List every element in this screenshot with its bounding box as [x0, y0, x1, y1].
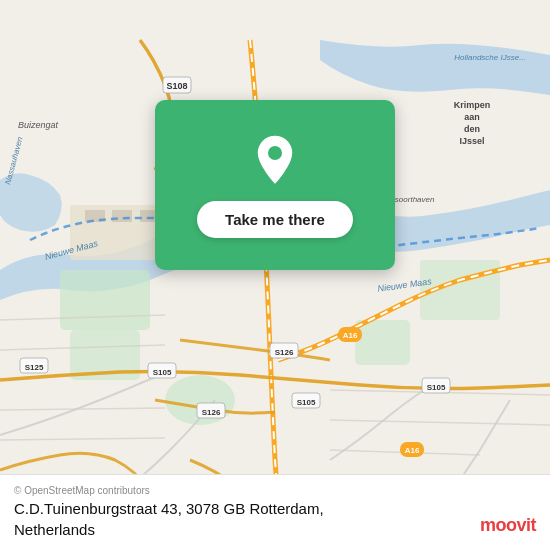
moovit-logo: moovit: [480, 515, 536, 536]
svg-line-12: [0, 438, 165, 440]
svg-line-11: [0, 408, 165, 410]
map-svg: S108 A16 A16 A16 S126 S126 S105 S105 S10…: [0, 0, 550, 550]
logo-text-suffix: it: [526, 515, 536, 535]
svg-text:S126: S126: [202, 408, 221, 417]
address-line2: Netherlands: [14, 521, 95, 538]
take-me-there-button[interactable]: Take me there: [197, 201, 353, 238]
svg-text:S126: S126: [275, 348, 294, 357]
location-card: Take me there: [155, 100, 395, 270]
svg-text:IJssel: IJssel: [459, 136, 484, 146]
svg-text:A16: A16: [343, 331, 358, 340]
address-line1: C.D.Tuinenburgstraat 43, 3078 GB Rotterd…: [14, 500, 324, 517]
svg-text:Krimpen: Krimpen: [454, 100, 491, 110]
map-container: S108 A16 A16 A16 S126 S126 S105 S105 S10…: [0, 0, 550, 550]
svg-text:S105: S105: [153, 368, 172, 377]
svg-text:S105: S105: [427, 383, 446, 392]
svg-line-14: [330, 420, 550, 425]
address-text: C.D.Tuinenburgstraat 43, 3078 GB Rotterd…: [14, 498, 536, 540]
svg-text:S108: S108: [166, 81, 187, 91]
svg-rect-0: [60, 270, 150, 330]
svg-text:Buizengat: Buizengat: [18, 120, 59, 130]
svg-text:A16: A16: [405, 446, 420, 455]
svg-text:den: den: [464, 124, 480, 134]
svg-rect-3: [355, 320, 410, 365]
location-pin-icon: [253, 133, 297, 187]
svg-point-50: [268, 146, 282, 160]
svg-text:Hollandsche IJsse...: Hollandsche IJsse...: [454, 53, 526, 62]
svg-text:aan: aan: [464, 112, 480, 122]
svg-rect-7: [112, 210, 132, 222]
svg-text:S125: S125: [25, 363, 44, 372]
logo-text-prefix: moov: [480, 515, 526, 535]
footer: © OpenStreetMap contributors C.D.Tuinenb…: [0, 474, 550, 550]
copyright-text: © OpenStreetMap contributors: [14, 485, 536, 496]
svg-text:S105: S105: [297, 398, 316, 407]
